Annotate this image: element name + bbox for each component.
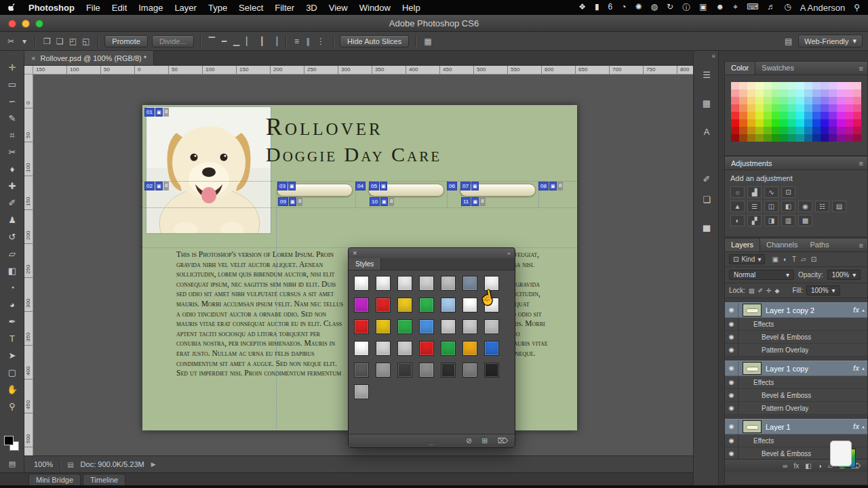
layer-row[interactable]: ◉Layer 1 copyfx▴: [725, 361, 867, 376]
color-swatch[interactable]: [731, 134, 739, 142]
color-swatch[interactable]: [845, 112, 853, 119]
slice-badge-03[interactable]: 03▣: [277, 182, 296, 190]
menu-help[interactable]: Help: [402, 3, 420, 13]
foreground-color-swatch[interactable]: [4, 436, 14, 445]
color-swatch[interactable]: [747, 89, 755, 97]
color-swatch[interactable]: [829, 89, 837, 97]
color-swatch[interactable]: [821, 104, 829, 112]
color-swatch[interactable]: [755, 104, 764, 112]
ruler-corner[interactable]: [24, 66, 33, 75]
color-swatch[interactable]: [796, 119, 804, 127]
style-swatch[interactable]: [376, 298, 391, 312]
style-swatch[interactable]: [462, 298, 477, 312]
color-swatch[interactable]: [853, 82, 861, 89]
shape-tool[interactable]: ▢: [0, 364, 24, 381]
color-swatch[interactable]: [780, 89, 788, 97]
color-swatch[interactable]: [755, 119, 764, 127]
color-swatch[interactable]: [739, 82, 747, 89]
color-swatch[interactable]: [812, 127, 821, 134]
color-swatch[interactable]: [788, 112, 796, 119]
vertical-ruler[interactable]: 050100150200250300350400450500: [24, 75, 33, 455]
link-layers-icon[interactable]: ∞: [783, 462, 787, 470]
slice-depth-back-icon[interactable]: ❏: [54, 36, 66, 47]
align-top-edges-icon[interactable]: ▔: [207, 36, 217, 47]
tab-close-icon[interactable]: ×: [31, 54, 35, 62]
style-swatch[interactable]: [376, 319, 391, 334]
hand-tool[interactable]: ✋: [0, 381, 24, 398]
slice-badge-07[interactable]: 07▣: [460, 182, 479, 190]
menu-type[interactable]: Type: [208, 3, 227, 13]
style-swatch[interactable]: [376, 276, 391, 291]
color-swatch[interactable]: [845, 89, 853, 97]
color-swatch[interactable]: [853, 127, 861, 134]
slice-badge-02[interactable]: 02▣8: [144, 182, 169, 190]
color-swatch[interactable]: [812, 104, 821, 112]
layer-style-icon[interactable]: fx: [793, 462, 799, 470]
color-swatch[interactable]: [853, 119, 861, 127]
collapse-effects-icon[interactable]: ▴: [859, 365, 867, 371]
style-swatch[interactable]: [419, 341, 434, 356]
color-swatch[interactable]: [788, 119, 796, 127]
channel-mixer-icon[interactable]: ☷: [815, 201, 829, 212]
color-swatch[interactable]: [764, 89, 772, 97]
horizontal-ruler[interactable]: 1501005005010015020025030035040045050055…: [33, 66, 693, 75]
gradient-tool[interactable]: ◧: [0, 262, 24, 279]
panel-resize-grip[interactable]: ⋯: [429, 442, 435, 447]
selective-color-icon[interactable]: ▩: [798, 215, 812, 226]
history-brush-tool[interactable]: ↺: [0, 228, 24, 245]
battery-icon[interactable]: ▮: [595, 2, 599, 14]
divide-button[interactable]: Divide...: [152, 35, 194, 47]
color-lookup-icon[interactable]: ▤: [832, 201, 846, 212]
exposure-icon[interactable]: ⊡: [781, 186, 795, 198]
colorsync-icon[interactable]: ✺: [635, 2, 642, 14]
align-left-edges-icon[interactable]: ▏: [244, 36, 254, 47]
style-swatch[interactable]: [441, 341, 456, 356]
color-swatch[interactable]: [812, 112, 821, 119]
panel-close-icon[interactable]: ×: [353, 249, 357, 258]
color-swatch[interactable]: [829, 112, 837, 119]
lock-all-icon[interactable]: ◆: [775, 287, 780, 294]
foreground-background-swatches[interactable]: [4, 436, 20, 452]
collapse-effects-icon[interactable]: ▴: [859, 307, 867, 313]
color-swatch[interactable]: [845, 119, 853, 127]
menu-window[interactable]: Window: [359, 3, 391, 13]
black-white-icon[interactable]: ◧: [781, 201, 795, 212]
visibility-eye-icon[interactable]: ◉: [725, 303, 738, 317]
style-swatch[interactable]: [441, 298, 456, 312]
color-swatch[interactable]: [788, 104, 796, 112]
lasso-tool[interactable]: ∽: [0, 93, 24, 110]
menu-file[interactable]: File: [86, 3, 100, 13]
workspace-switcher[interactable]: Web-Friendly ▾: [798, 35, 863, 47]
color-swatch[interactable]: [845, 97, 853, 104]
styles-panel[interactable]: × « Styles ⊘⊞⌦ ⋯: [348, 247, 515, 448]
clear-style-icon[interactable]: ⊘: [466, 436, 472, 445]
color-swatch[interactable]: [772, 127, 780, 134]
gradient-map-icon[interactable]: ▥: [781, 215, 795, 226]
menu-3d[interactable]: 3D: [306, 3, 317, 13]
color-swatch[interactable]: [853, 112, 861, 119]
tool-preset-arrow-icon[interactable]: ▾: [20, 36, 28, 47]
dodge-tool[interactable]: ◕: [0, 296, 24, 313]
visibility-eye-icon[interactable]: ◉: [725, 361, 738, 375]
lock-position-icon[interactable]: ✛: [766, 287, 772, 294]
doc-size-icon[interactable]: ▤: [67, 461, 73, 468]
slice-tool[interactable]: ✂: [0, 144, 24, 161]
color-swatch[interactable]: [772, 89, 780, 97]
vibrance-icon[interactable]: ▲: [730, 201, 745, 212]
slice-badge-04[interactable]: 04: [355, 182, 366, 190]
color-swatch[interactable]: [829, 119, 837, 127]
color-swatch[interactable]: [796, 112, 804, 119]
slice-depth-front-icon[interactable]: ❐: [41, 36, 53, 47]
color-spectrum[interactable]: [725, 75, 867, 148]
posterize-icon[interactable]: ▞: [747, 215, 762, 226]
color-swatch[interactable]: [747, 119, 755, 127]
slice-badge-09[interactable]: 09▣8: [278, 197, 302, 206]
menu-photoshop[interactable]: Photoshop: [28, 3, 75, 13]
kind-filter-dropdown[interactable]: ⊡ Kind ▾: [729, 254, 765, 264]
color-swatch[interactable]: [747, 104, 755, 112]
color-swatch[interactable]: [853, 104, 861, 112]
style-swatch[interactable]: [419, 363, 434, 378]
color-swatch[interactable]: [747, 97, 755, 104]
distribute-spacing-icon[interactable]: ⋮: [315, 36, 327, 47]
color-swatch[interactable]: [821, 119, 829, 127]
